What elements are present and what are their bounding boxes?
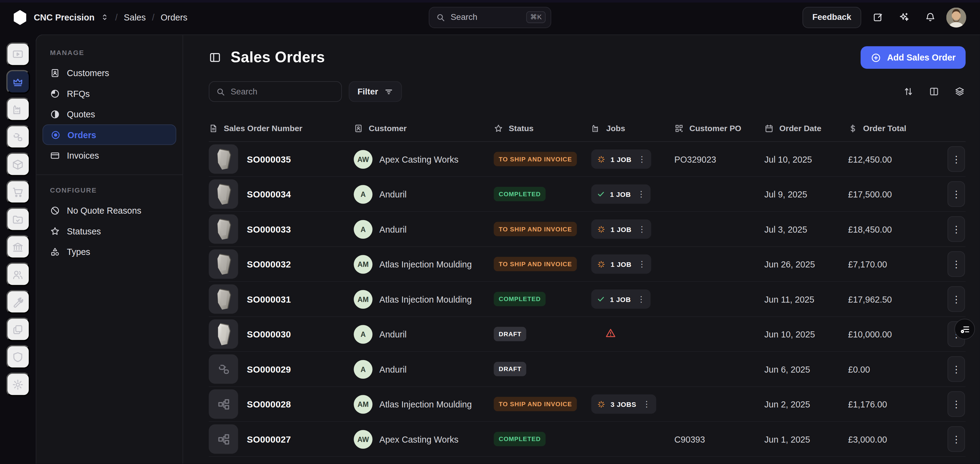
sidebar-item-quotes[interactable]: Quotes [43, 103, 177, 124]
table-row[interactable]: SO000034AAndurilCOMPLETED1 JOB⋮Jul 9, 20… [209, 177, 966, 212]
table-row[interactable]: SO000031AMAtlas Injection MouldingCOMPLE… [209, 282, 966, 317]
rail-item-users[interactable] [6, 262, 30, 286]
rail-item-shield[interactable] [6, 345, 30, 369]
column-header-customer-po[interactable]: Customer PO [675, 124, 764, 133]
compose-button[interactable] [867, 7, 888, 27]
table-row[interactable]: SO000032AMAtlas Injection MouldingTO SHI… [209, 247, 966, 282]
rail-item-copies[interactable] [6, 318, 30, 342]
jobs-pill[interactable]: 1 JOB⋮ [591, 254, 651, 273]
row-menu-button[interactable]: ⋮ [948, 426, 965, 452]
status-badge[interactable]: COMPLETED [494, 187, 546, 201]
order-thumbnail[interactable] [209, 424, 238, 454]
status-badge[interactable]: COMPLETED [494, 432, 546, 446]
rail-item-chain[interactable] [6, 125, 30, 149]
jobs-pill[interactable]: 1 JOB⋮ [591, 184, 651, 203]
sales-order-number[interactable]: SO000034 [247, 189, 291, 199]
panel-toggle-icon[interactable] [209, 51, 221, 64]
feedback-button[interactable]: Feedback [802, 6, 861, 28]
status-badge[interactable]: TO SHIP AND INVOICE [494, 222, 577, 236]
row-menu-button[interactable]: ⋮ [948, 181, 965, 207]
jobs-pill[interactable]: 1 JOB⋮ [591, 219, 651, 239]
jobs-menu-icon[interactable]: ⋮ [641, 400, 651, 408]
rail-item-cube[interactable] [6, 153, 30, 176]
sales-order-number[interactable]: SO000032 [247, 259, 291, 269]
sales-order-number[interactable]: SO000033 [247, 224, 291, 234]
order-thumbnail[interactable] [209, 284, 238, 314]
add-sales-order-button[interactable]: Add Sales Order [861, 46, 966, 69]
chevron-expand-icon[interactable] [101, 13, 109, 21]
columns-button[interactable] [928, 85, 940, 98]
filter-button[interactable]: Filter [349, 81, 402, 102]
ai-assistant-button[interactable] [894, 7, 914, 27]
breadcrumb-org[interactable]: CNC Precision [33, 12, 94, 22]
jobs-menu-icon[interactable]: ⋮ [636, 155, 646, 163]
jobs-menu-icon[interactable]: ⋮ [636, 225, 646, 233]
sales-order-number[interactable]: SO000035 [247, 154, 291, 164]
order-thumbnail[interactable] [209, 249, 238, 279]
column-header-status[interactable]: Status [494, 124, 591, 133]
orders-search-input[interactable]: Search [209, 81, 342, 102]
sales-order-number[interactable]: SO000029 [247, 364, 291, 374]
breadcrumb-orders[interactable]: Orders [161, 12, 188, 22]
status-badge[interactable]: TO SHIP AND INVOICE [494, 397, 577, 411]
rail-item-bank[interactable] [6, 235, 30, 259]
jobs-pill[interactable]: 1 JOB⋮ [591, 149, 651, 169]
order-thumbnail[interactable] [209, 354, 238, 384]
rail-item-monitor-play[interactable] [6, 43, 30, 66]
status-badge[interactable]: DRAFT [494, 327, 527, 341]
sidebar-item-no-quote-reasons[interactable]: No Quote Reasons [43, 200, 177, 220]
status-badge[interactable]: TO SHIP AND INVOICE [494, 257, 577, 271]
order-thumbnail[interactable] [209, 144, 238, 173]
table-row[interactable]: SO000028AMAtlas Injection MouldingTO SHI… [209, 387, 966, 422]
sidebar-item-types[interactable]: Types [43, 241, 177, 262]
rail-item-cart[interactable] [6, 180, 30, 204]
rail-item-crown[interactable] [6, 70, 30, 94]
notifications-button[interactable] [920, 7, 940, 27]
jobs-pill[interactable]: 1 JOB⋮ [591, 289, 651, 309]
sidebar-item-invoices[interactable]: Invoices [43, 145, 177, 165]
order-thumbnail[interactable] [209, 389, 238, 419]
column-header-sales-order-number[interactable]: Sales Order Number [209, 124, 354, 133]
row-menu-button[interactable]: ⋮ [948, 391, 965, 417]
status-badge[interactable]: TO SHIP AND INVOICE [494, 152, 577, 166]
sales-order-number[interactable]: SO000028 [247, 399, 291, 409]
rail-item-gear[interactable] [6, 373, 30, 396]
order-thumbnail[interactable] [209, 319, 238, 349]
status-badge[interactable]: DRAFT [494, 362, 527, 376]
sales-order-number[interactable]: SO000031 [247, 294, 291, 304]
column-header-order-date[interactable]: Order Date [765, 124, 848, 133]
user-avatar[interactable] [947, 7, 966, 27]
sidebar-item-rfqs[interactable]: RFQs [43, 83, 177, 103]
column-header-order-total[interactable]: Order Total [848, 124, 920, 133]
sidebar-item-orders[interactable]: Orders [43, 124, 177, 145]
global-search[interactable]: Search ⌘K [429, 6, 552, 28]
jobs-pill[interactable]: 3 JOBS⋮ [591, 394, 656, 413]
row-menu-button[interactable]: ⋮ [948, 216, 965, 242]
sidebar-item-statuses[interactable]: Statuses [43, 221, 177, 241]
table-row[interactable]: SO000027AWApex Casting WorksCOMPLETEDC90… [209, 422, 966, 457]
jobs-menu-icon[interactable]: ⋮ [636, 260, 646, 269]
sales-order-number[interactable]: SO000030 [247, 329, 291, 339]
column-header-jobs[interactable]: Jobs [591, 124, 675, 133]
sidebar-item-customers[interactable]: Customers [43, 62, 177, 83]
sort-button[interactable] [902, 85, 914, 98]
table-row[interactable]: SO000035AWApex Casting WorksTO SHIP AND … [209, 142, 966, 177]
jobs-menu-icon[interactable]: ⋮ [636, 190, 645, 199]
rail-item-factory[interactable] [6, 97, 30, 121]
floating-changelog-button[interactable] [955, 319, 975, 339]
rail-item-folder-check[interactable] [6, 208, 30, 231]
table-row[interactable]: SO000029AAndurilDRAFTJun 6, 2025£0.00⋮ [209, 352, 966, 387]
order-thumbnail[interactable] [209, 180, 238, 209]
row-menu-button[interactable]: ⋮ [948, 251, 965, 277]
sales-order-number[interactable]: SO000027 [247, 434, 291, 444]
breadcrumb-sales[interactable]: Sales [124, 12, 146, 22]
table-row[interactable]: SO000033AAndurilTO SHIP AND INVOICE1 JOB… [209, 212, 966, 247]
layers-button[interactable] [953, 85, 966, 98]
rail-item-wrench[interactable] [6, 290, 30, 314]
row-menu-button[interactable]: ⋮ [948, 356, 965, 382]
status-badge[interactable]: COMPLETED [494, 292, 546, 306]
row-menu-button[interactable]: ⋮ [948, 286, 965, 312]
order-thumbnail[interactable] [209, 214, 238, 244]
table-row[interactable]: SO000030AAndurilDRAFTJun 10, 2025£10,000… [209, 317, 966, 352]
jobs-menu-icon[interactable]: ⋮ [636, 295, 645, 303]
